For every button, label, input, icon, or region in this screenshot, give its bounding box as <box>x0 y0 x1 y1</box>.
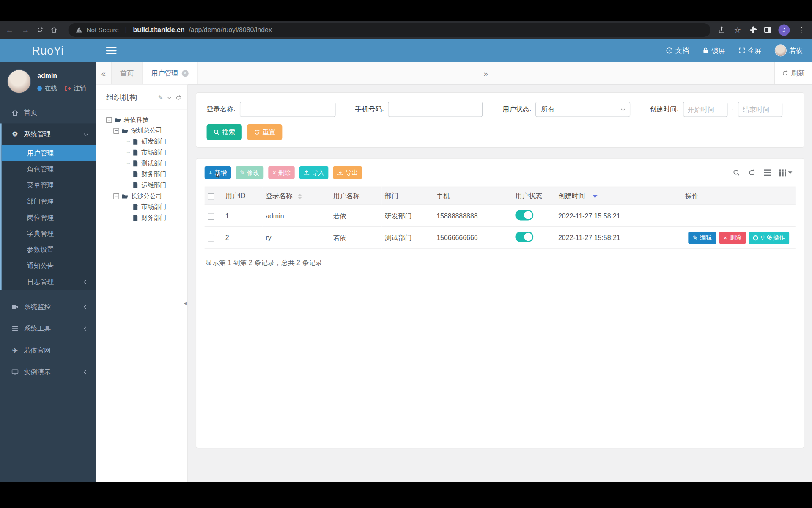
col-created[interactable]: 创建时间 <box>555 187 682 205</box>
svg-text:?: ? <box>668 49 670 53</box>
start-time-input[interactable] <box>683 102 727 117</box>
tree-node-branch[interactable]: − 深圳总公司 <box>96 125 188 136</box>
logout-link[interactable]: 注销 <box>65 84 86 93</box>
bookmark-star-icon[interactable]: ☆ <box>732 25 742 34</box>
status-toggle-on[interactable] <box>515 232 533 242</box>
app-logo[interactable]: RuoYi <box>0 39 96 62</box>
sidebar-item-system-tools[interactable]: 系统工具 <box>0 318 96 340</box>
tree-refresh-icon[interactable] <box>176 95 181 100</box>
sidebar-item-log-manage[interactable]: 日志管理 <box>2 274 96 290</box>
tree-node-dept[interactable]: ┈ 财务部门 <box>96 169 188 180</box>
delete-button[interactable]: × 删除 <box>268 166 294 179</box>
sidebar-item-user-manage[interactable]: 用户管理 <box>2 145 96 161</box>
row-more-button[interactable]: 更多操作 <box>749 232 790 244</box>
browser-reload-icon[interactable] <box>37 26 43 33</box>
row-checkbox[interactable] <box>208 235 214 242</box>
system-tools-label: 系统工具 <box>24 324 51 333</box>
browser-profile-avatar[interactable]: J <box>778 24 790 36</box>
tab-home[interactable]: 首页 <box>111 62 142 84</box>
chevron-left-icon <box>84 305 88 309</box>
table-refresh-icon[interactable] <box>748 169 755 176</box>
user-status-select[interactable]: 所有 <box>535 102 630 117</box>
cell-login-name: admin <box>263 205 330 226</box>
tree-node-dept[interactable]: ┈ 财务部门 <box>96 213 188 224</box>
nav-lockscreen-link[interactable]: 锁屏 <box>702 46 725 55</box>
tree-node-company[interactable]: − 若依科技 <box>96 115 188 126</box>
nav-fullscreen-link[interactable]: 全屏 <box>738 46 761 55</box>
table-row[interactable]: 1 admin 若依 研发部门 15888888888 2022-11-27 1… <box>205 205 796 226</box>
address-bar[interactable]: Not Secure | build.titanide.cn/app/demo/… <box>69 23 710 36</box>
columns-picker-button[interactable] <box>779 169 793 176</box>
row-edit-button[interactable]: ✎ 编辑 <box>688 232 716 244</box>
sidebar-item-post-manage[interactable]: 岗位管理 <box>2 210 96 226</box>
sidebar-item-dept-manage[interactable]: 部门管理 <box>2 193 96 210</box>
tree-node-dept[interactable]: ┈ 测试部门 <box>96 158 188 169</box>
sidebar-section-system-manage: ⚙ 系统管理 用户管理 角色管理 菜单管理 部门管理 岗位管理 字典管理 参数设… <box>0 123 96 290</box>
tab-close-icon[interactable]: × <box>182 70 189 77</box>
sidebar-item-official-site[interactable]: ✈ 若依官网 <box>0 340 96 361</box>
sidebar-item-demo[interactable]: 实例演示 <box>0 361 96 383</box>
logout-label: 注销 <box>74 84 86 93</box>
tree-expander-icon[interactable]: − <box>106 117 112 123</box>
tree-node-dept[interactable]: ┈ 运维部门 <box>96 180 188 191</box>
share-icon[interactable] <box>718 26 725 33</box>
side-panel-icon[interactable] <box>764 26 771 33</box>
sort-icons[interactable] <box>298 193 302 199</box>
browser-home-icon[interactable] <box>50 26 57 33</box>
sidebar-item-system-monitor[interactable]: 系统监控 <box>0 296 96 318</box>
user-avatar[interactable] <box>7 69 31 93</box>
tree-node-dept[interactable]: ┈ 研发部门 <box>96 136 188 147</box>
export-button[interactable]: 导出 <box>333 166 362 179</box>
end-time-input[interactable] <box>738 102 782 117</box>
browser-back-icon[interactable]: ← <box>5 25 14 34</box>
tree-node-dept[interactable]: ┈ 市场部门 <box>96 147 188 158</box>
sidebar-toggle-hamburger-icon[interactable] <box>106 47 116 54</box>
extensions-puzzle-icon[interactable] <box>749 26 757 33</box>
sidebar-item-role-manage[interactable]: 角色管理 <box>2 161 96 177</box>
row-checkbox[interactable] <box>208 213 214 220</box>
tab-refresh-button[interactable]: 刷新 <box>774 62 812 84</box>
tree-node-branch[interactable]: − 长沙分公司 <box>96 191 188 202</box>
row-delete-button[interactable]: × 删除 <box>719 232 746 244</box>
status-toggle-on[interactable] <box>515 210 533 220</box>
table-row[interactable]: 2 ry 若依 测试部门 15666666666 2022-11-27 15:5… <box>205 227 796 248</box>
sidebar-item-dict-manage[interactable]: 字典管理 <box>2 226 96 242</box>
nav-user-menu[interactable]: 若依 <box>775 44 803 56</box>
list-bars-icon <box>11 325 19 332</box>
sidebar-item-system-manage[interactable]: ⚙ 系统管理 <box>2 123 96 145</box>
tree-edit-pencil-icon[interactable]: ✎ <box>158 94 163 101</box>
plus-icon: + <box>208 169 212 176</box>
col-status: 用户状态 <box>512 187 555 205</box>
tree-expander-icon[interactable]: − <box>113 128 119 133</box>
col-user-id: 用户ID <box>222 187 263 205</box>
col-login-name[interactable]: 登录名称 <box>263 187 330 205</box>
add-button[interactable]: + 新增 <box>205 166 231 179</box>
reset-button[interactable]: 重置 <box>247 124 282 140</box>
sidebar-item-config[interactable]: 参数设置 <box>2 242 96 258</box>
phone-input[interactable] <box>388 102 483 117</box>
cell-user-id: 2 <box>222 227 263 248</box>
import-button[interactable]: 导入 <box>299 166 329 179</box>
submenu-label: 通知公告 <box>27 261 54 271</box>
edit-button[interactable]: ✎ 修改 <box>236 166 263 179</box>
row-edit-label: 编辑 <box>700 233 712 242</box>
login-name-input[interactable] <box>239 102 335 117</box>
tree-node-label: 市场部门 <box>141 203 166 212</box>
tab-user-manage[interactable]: 用户管理 × <box>143 62 198 84</box>
sidebar-item-menu-manage[interactable]: 菜单管理 <box>2 177 96 193</box>
browser-forward-icon[interactable]: → <box>21 25 30 34</box>
tree-collapse-chevron-icon[interactable] <box>167 95 171 99</box>
browser-menu-dots-icon[interactable]: ⋮ <box>796 25 807 34</box>
tabs-scroll-right-icon[interactable]: » <box>478 62 494 84</box>
sidebar-item-notice[interactable]: 通知公告 <box>2 258 96 274</box>
toggle-view-icon[interactable] <box>764 169 771 176</box>
panel-collapse-handle[interactable]: ◂ <box>183 300 186 307</box>
search-button[interactable]: 搜索 <box>207 124 242 140</box>
tree-expander-icon[interactable]: − <box>113 193 119 199</box>
table-search-icon[interactable] <box>733 169 740 176</box>
tabs-scroll-left-icon[interactable]: « <box>96 62 112 84</box>
tree-node-dept[interactable]: ┈ 市场部门 <box>96 202 188 213</box>
nav-docs-link[interactable]: ? 文档 <box>666 46 689 55</box>
sidebar-item-home[interactable]: 首页 <box>0 102 96 123</box>
select-all-checkbox[interactable] <box>208 193 214 200</box>
